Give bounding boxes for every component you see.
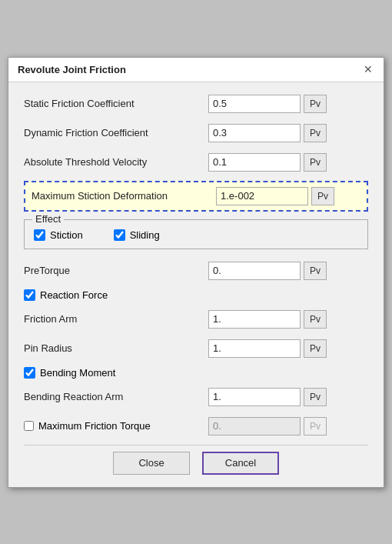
dialog: Revolute Joint Friction ✕ Static Frictio… (8, 57, 384, 488)
max-stiction-input[interactable] (216, 187, 308, 205)
dynamic-friction-pv-button[interactable]: Pv (304, 124, 327, 142)
reaction-force-row: Reaction Force (24, 289, 368, 301)
friction-arm-label: Friction Arm (24, 313, 208, 325)
pin-radius-label: Pin Radius (24, 342, 208, 354)
bending-reaction-arm-row: Bending Reaction Arm Pv (24, 386, 368, 408)
static-friction-pv-button[interactable]: Pv (304, 95, 327, 113)
dynamic-friction-input[interactable] (208, 124, 301, 142)
pin-radius-pv-button[interactable]: Pv (304, 339, 327, 358)
static-friction-label: Static Friction Coefficient (24, 98, 208, 109)
absolute-threshold-input-group: Pv (208, 153, 368, 172)
static-friction-input[interactable] (208, 95, 301, 113)
close-button[interactable]: Close (113, 452, 190, 475)
pretorque-label: PreTorque (24, 265, 208, 276)
pin-radius-row: Pin Radius Pv (24, 338, 368, 359)
absolute-threshold-label: Absolute Threshold Velocity (24, 156, 208, 168)
max-friction-torque-checkbox[interactable] (24, 421, 34, 431)
stiction-checkbox[interactable] (34, 229, 45, 241)
max-friction-torque-input-group: Pv (208, 417, 368, 436)
pin-radius-input-group: Pv (208, 339, 368, 358)
pretorque-input-group: Pv (208, 262, 368, 280)
stiction-checkbox-item: Stiction (34, 229, 83, 241)
friction-arm-row: Friction Arm Pv (24, 309, 368, 330)
dynamic-friction-row: Dynamic Friction Coefficient Pv (24, 122, 368, 144)
reaction-force-label: Reaction Force (40, 289, 108, 301)
max-friction-torque-pv-button: Pv (304, 417, 327, 436)
max-friction-torque-label-group: Maximum Friction Torque (24, 420, 208, 432)
dialog-title: Revolute Joint Friction (18, 64, 126, 75)
pretorque-row: PreTorque Pv (24, 260, 368, 282)
bending-reaction-arm-input-group: Pv (208, 388, 368, 406)
stiction-label: Stiction (50, 229, 83, 241)
button-row: Close Cancel (24, 445, 368, 475)
max-stiction-row: Maximum Stiction Deformation Pv (24, 181, 368, 212)
friction-arm-pv-button[interactable]: Pv (304, 310, 327, 329)
sliding-label: Sliding (130, 229, 160, 241)
bending-reaction-arm-label: Bending Reaction Arm (24, 391, 208, 402)
close-x-button[interactable]: ✕ (362, 64, 374, 75)
max-friction-torque-row: Maximum Friction Torque Pv (24, 416, 368, 437)
sliding-checkbox[interactable] (114, 229, 125, 241)
static-friction-input-group: Pv (208, 95, 368, 113)
pretorque-pv-button[interactable]: Pv (304, 262, 327, 280)
sliding-checkbox-item: Sliding (114, 229, 160, 241)
max-stiction-input-group: Pv (216, 187, 360, 205)
bending-reaction-arm-input[interactable] (208, 388, 301, 406)
absolute-threshold-pv-button[interactable]: Pv (304, 153, 327, 172)
friction-arm-input[interactable] (208, 310, 301, 329)
effect-group: Effect Stiction Sliding (24, 219, 368, 249)
max-friction-torque-input (208, 417, 301, 436)
pretorque-input[interactable] (208, 262, 301, 280)
reaction-force-checkbox[interactable] (24, 289, 35, 301)
bending-moment-checkbox[interactable] (24, 367, 35, 379)
absolute-threshold-row: Absolute Threshold Velocity Pv (24, 152, 368, 173)
cancel-button[interactable]: Cancel (202, 452, 279, 475)
title-bar: Revolute Joint Friction ✕ (8, 58, 384, 82)
effect-row: Stiction Sliding (34, 226, 358, 241)
dialog-content: Static Friction Coefficient Pv Dynamic F… (8, 82, 384, 487)
max-friction-torque-label: Maximum Friction Torque (38, 420, 151, 432)
max-stiction-pv-button[interactable]: Pv (311, 187, 334, 205)
bending-moment-label: Bending Moment (40, 367, 115, 379)
bending-reaction-arm-pv-button[interactable]: Pv (304, 388, 327, 406)
dynamic-friction-input-group: Pv (208, 124, 368, 142)
bending-moment-row: Bending Moment (24, 367, 368, 379)
dynamic-friction-label: Dynamic Friction Coefficient (24, 127, 208, 139)
absolute-threshold-input[interactable] (208, 153, 301, 172)
static-friction-row: Static Friction Coefficient Pv (24, 93, 368, 115)
effect-legend: Effect (32, 213, 64, 225)
friction-arm-input-group: Pv (208, 310, 368, 329)
pin-radius-input[interactable] (208, 339, 301, 358)
max-stiction-label: Maximum Stiction Deformation (32, 190, 216, 202)
